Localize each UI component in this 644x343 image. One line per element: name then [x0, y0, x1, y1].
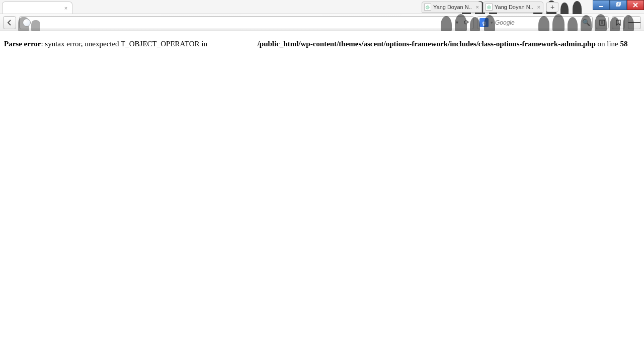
tab-label: Yang Doyan N.. [495, 4, 533, 10]
svg-rect-0 [599, 6, 603, 7]
window-minimize-button[interactable] [593, 0, 610, 10]
new-tab-button[interactable]: + [546, 2, 558, 12]
search-bar[interactable]: g ▾ 🔍 [477, 16, 593, 29]
toolbar: ▼ ⟳ g ▾ 🔍 [0, 14, 644, 31]
window-close-button[interactable] [627, 0, 644, 10]
address-bar[interactable]: ▼ ⟳ [19, 16, 474, 29]
back-button[interactable] [3, 16, 16, 29]
error-message: : syntax error, unexpected T_OBJECT_OPER… [41, 40, 209, 48]
url-input[interactable] [34, 19, 452, 26]
tab-strip: × ◎ Yang Doyan N.. × ◎ Yang Doyan N.. × … [0, 0, 644, 14]
page-content: Parse error: syntax error, unexpected T_… [0, 31, 644, 57]
window-maximize-button[interactable] [610, 0, 627, 10]
reload-button[interactable]: ⟳ [462, 19, 470, 27]
favicon-icon: ◎ [424, 4, 431, 11]
tab-close-icon[interactable]: × [537, 4, 540, 10]
tab-background-2[interactable]: ◎ Yang Doyan N.. × [483, 2, 543, 13]
search-input[interactable] [495, 19, 580, 26]
tab-active[interactable]: × [2, 2, 72, 14]
globe-icon [23, 19, 31, 27]
dropdown-icon[interactable]: ▼ [455, 20, 459, 25]
error-label: Parse error [4, 40, 41, 48]
error-path: /public_html/wp-content/themes/ascent/op… [258, 40, 596, 48]
tab-close-icon[interactable]: × [476, 4, 479, 10]
favicon-icon: ◎ [486, 4, 493, 11]
menu-button[interactable] [628, 16, 641, 29]
search-engine-icon[interactable]: g [479, 18, 489, 27]
bookmarks-button[interactable] [612, 16, 625, 29]
tab-label: Yang Doyan N.. [433, 4, 472, 10]
chevron-down-icon[interactable]: ▾ [491, 20, 493, 25]
background-tabs: ◎ Yang Doyan N.. × ◎ Yang Doyan N.. × + [422, 2, 558, 13]
svg-rect-2 [617, 2, 620, 5]
error-line: 58 [620, 40, 628, 48]
svg-rect-1 [616, 3, 619, 6]
tab-close-icon[interactable]: × [63, 5, 69, 11]
search-icon[interactable]: 🔍 [582, 19, 590, 26]
error-online: on line [596, 40, 620, 48]
downloads-button[interactable] [596, 16, 609, 29]
tab-background-1[interactable]: ◎ Yang Doyan N.. × [422, 2, 482, 13]
window-controls [593, 0, 644, 10]
